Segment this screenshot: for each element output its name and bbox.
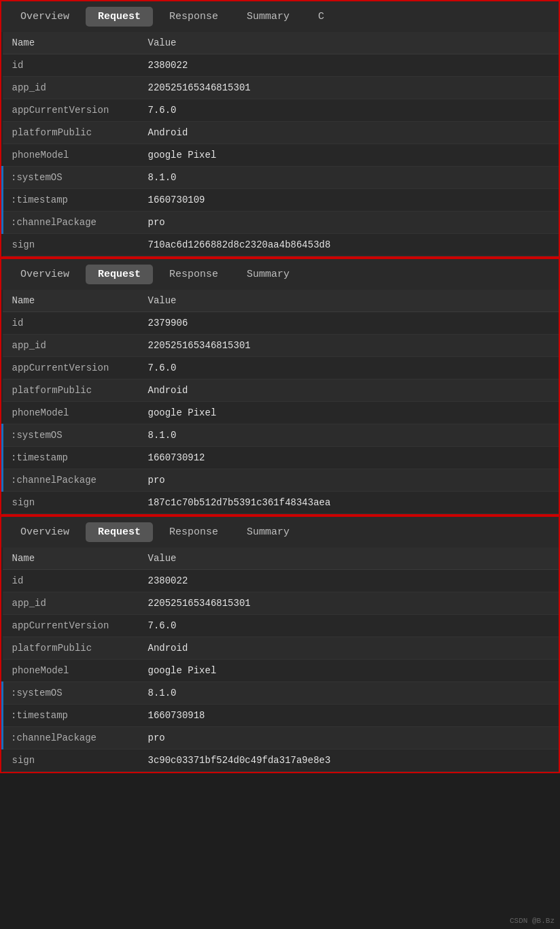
tab-response-1[interactable]: Response <box>157 265 230 284</box>
row-name: app_id <box>3 335 139 357</box>
table-row: :systemOS8.1.0 <box>3 424 559 447</box>
row-name: phoneModel <box>3 402 139 424</box>
table-row: sign710ac6d1266882d8c2320aa4b86453d8 <box>3 234 559 256</box>
tab-response-0[interactable]: Response <box>157 7 230 27</box>
row-value: 2380022 <box>139 570 559 592</box>
row-value: 7.6.0 <box>139 357 559 379</box>
row-name: phoneModel <box>3 144 139 167</box>
table-row: platformPublicAndroid <box>3 122 559 144</box>
row-name: appCurrentVersion <box>3 615 139 637</box>
row-value: 8.1.0 <box>139 167 559 189</box>
row-value: Android <box>139 637 559 660</box>
table-row: platformPublicAndroid <box>3 379 559 402</box>
tab-overview-0[interactable]: Overview <box>8 7 82 27</box>
tab-c-0[interactable]: C <box>306 7 336 27</box>
table-row: appCurrentVersion7.6.0 <box>3 615 559 637</box>
row-name: appCurrentVersion <box>3 357 139 379</box>
row-value: 1660730109 <box>139 189 559 212</box>
panel-1: OverviewRequestResponseSummaryNameValuei… <box>0 258 560 516</box>
row-value: 220525165346815301 <box>139 592 559 615</box>
row-value: 7.6.0 <box>139 615 559 637</box>
row-name: id <box>3 54 139 77</box>
table-row: id2380022 <box>3 54 559 77</box>
row-value: 1660730918 <box>139 705 559 727</box>
table-row: app_id220525165346815301 <box>3 592 559 615</box>
row-value: Android <box>139 122 559 144</box>
row-name: :channelPackage <box>3 727 139 749</box>
tab-bar-1: OverviewRequestResponseSummary <box>1 259 559 290</box>
table-row: phoneModelgoogle Pixel <box>3 402 559 424</box>
tab-request-2[interactable]: Request <box>86 522 153 542</box>
col-header-value: Value <box>139 547 559 570</box>
table-row: :channelPackagepro <box>3 212 559 234</box>
row-value: 710ac6d1266882d8c2320aa4b86453d8 <box>139 234 559 256</box>
row-name: :timestamp <box>3 189 139 212</box>
row-value: 3c90c03371bf524d0c49fda317a9e8e3 <box>139 749 559 772</box>
row-name: sign <box>3 234 139 256</box>
tab-overview-1[interactable]: Overview <box>8 265 82 284</box>
table-row: :channelPackagepro <box>3 727 559 749</box>
panel-2: OverviewRequestResponseSummaryNameValuei… <box>0 516 560 773</box>
table-row: :channelPackagepro <box>3 469 559 492</box>
row-name: :systemOS <box>3 167 139 189</box>
row-name: :timestamp <box>3 705 139 727</box>
row-name: :systemOS <box>3 682 139 705</box>
row-value: 1660730912 <box>139 447 559 469</box>
table-row: id2379906 <box>3 312 559 335</box>
row-name: id <box>3 570 139 592</box>
col-header-name: Name <box>3 290 139 312</box>
table-row: appCurrentVersion7.6.0 <box>3 99 559 122</box>
row-value: Android <box>139 379 559 402</box>
row-value: pro <box>139 469 559 492</box>
table-row: sign187c1c70b512d7b5391c361f48343aea <box>3 492 559 514</box>
row-name: phoneModel <box>3 660 139 682</box>
col-header-value: Value <box>139 32 559 54</box>
table-row: :timestamp1660730109 <box>3 189 559 212</box>
row-value: pro <box>139 212 559 234</box>
row-name: platformPublic <box>3 637 139 660</box>
tab-summary-0[interactable]: Summary <box>234 7 302 27</box>
tab-response-2[interactable]: Response <box>157 522 230 542</box>
tab-summary-2[interactable]: Summary <box>234 522 302 542</box>
row-name: :systemOS <box>3 424 139 447</box>
table-row: phoneModelgoogle Pixel <box>3 660 559 682</box>
table-row: phoneModelgoogle Pixel <box>3 144 559 167</box>
row-value: google Pixel <box>139 144 559 167</box>
row-name: :channelPackage <box>3 469 139 492</box>
row-value: 187c1c70b512d7b5391c361f48343aea <box>139 492 559 514</box>
row-value: 2379906 <box>139 312 559 335</box>
watermark: CSDN @B.Bz <box>510 917 555 925</box>
row-name: platformPublic <box>3 379 139 402</box>
row-name: appCurrentVersion <box>3 99 139 122</box>
data-table-0: NameValueid2380022app_id2205251653468153… <box>1 32 559 256</box>
row-name: app_id <box>3 592 139 615</box>
tab-overview-2[interactable]: Overview <box>8 522 82 542</box>
row-value: 7.6.0 <box>139 99 559 122</box>
data-table-1: NameValueid2379906app_id2205251653468153… <box>1 290 559 514</box>
tab-request-0[interactable]: Request <box>86 7 153 27</box>
row-name: :channelPackage <box>3 212 139 234</box>
table-row: :systemOS8.1.0 <box>3 682 559 705</box>
row-value: google Pixel <box>139 402 559 424</box>
data-table-2: NameValueid2380022app_id2205251653468153… <box>1 547 559 772</box>
table-row: app_id220525165346815301 <box>3 335 559 357</box>
row-name: :timestamp <box>3 447 139 469</box>
tab-request-1[interactable]: Request <box>86 265 153 284</box>
table-row: app_id220525165346815301 <box>3 77 559 99</box>
col-header-name: Name <box>3 547 139 570</box>
tab-bar-2: OverviewRequestResponseSummary <box>1 517 559 547</box>
table-row: platformPublicAndroid <box>3 637 559 660</box>
row-value: 220525165346815301 <box>139 335 559 357</box>
row-value: pro <box>139 727 559 749</box>
row-name: platformPublic <box>3 122 139 144</box>
row-value: 8.1.0 <box>139 682 559 705</box>
row-value: 220525165346815301 <box>139 77 559 99</box>
table-row: sign3c90c03371bf524d0c49fda317a9e8e3 <box>3 749 559 772</box>
row-name: sign <box>3 749 139 772</box>
table-row: :timestamp1660730912 <box>3 447 559 469</box>
row-value: 8.1.0 <box>139 424 559 447</box>
tab-bar-0: OverviewRequestResponseSummaryC <box>1 1 559 32</box>
tab-summary-1[interactable]: Summary <box>234 265 302 284</box>
row-value: google Pixel <box>139 660 559 682</box>
table-row: :timestamp1660730918 <box>3 705 559 727</box>
